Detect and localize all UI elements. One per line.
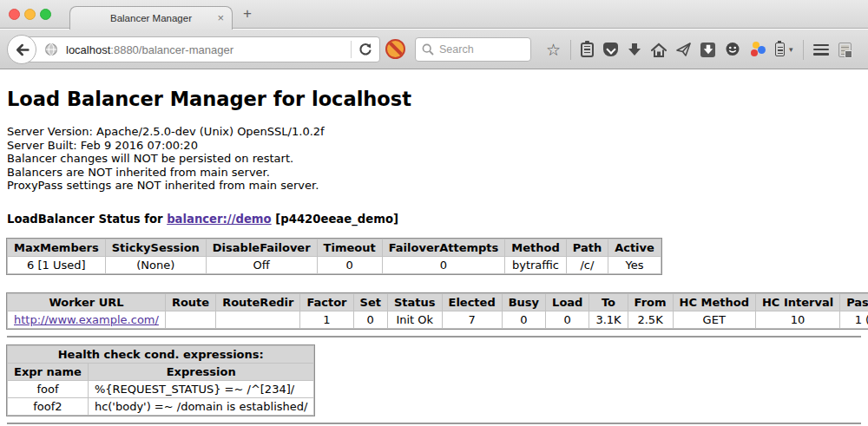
cell-disablefailover: Off bbox=[206, 256, 317, 273]
cell-set: 0 bbox=[353, 311, 387, 328]
cell-stickysession: (None) bbox=[105, 256, 206, 273]
server-built-line: Server Built: Feb 9 2016 07:00:20 bbox=[7, 139, 861, 153]
col-load: Load bbox=[546, 293, 589, 311]
cell-to: 3.1K bbox=[589, 311, 628, 328]
downloads-icon[interactable] bbox=[628, 43, 641, 56]
col-disablefailover: DisableFailover bbox=[206, 239, 317, 256]
video-download-icon[interactable] bbox=[700, 43, 715, 57]
col-factor: Factor bbox=[300, 293, 353, 311]
footer-divider bbox=[7, 423, 861, 424]
cell-route bbox=[165, 311, 215, 328]
chat-smiley-icon[interactable] bbox=[725, 42, 740, 57]
colored-dots-icon[interactable] bbox=[750, 42, 766, 57]
battery-extension-icon[interactable] bbox=[775, 43, 785, 56]
cell-active: Yes bbox=[608, 256, 661, 273]
col-hc-method: HC Method bbox=[673, 293, 755, 311]
search-bar[interactable] bbox=[415, 37, 531, 62]
col-worker-url: Worker URL bbox=[8, 293, 166, 311]
cell-load: 0 bbox=[546, 311, 589, 328]
col-failoverattempts: FailoverAttempts bbox=[382, 239, 505, 256]
cell-expression: %{REQUEST_STATUS} =~ /^[234]/ bbox=[88, 380, 314, 397]
pocket-icon[interactable] bbox=[603, 43, 618, 56]
cell-expr-name: foof bbox=[8, 380, 89, 397]
cell-path: /c/ bbox=[566, 256, 608, 273]
worker-url-link[interactable]: http://www.example.com/ bbox=[14, 313, 159, 326]
minimize-window-button[interactable] bbox=[24, 9, 36, 20]
send-tab-icon[interactable] bbox=[676, 43, 691, 56]
browser-window: Balancer Manager × + localhost:8880/bala… bbox=[0, 0, 868, 426]
cell-hc-method: GET bbox=[673, 311, 755, 328]
menu-icon[interactable] bbox=[813, 44, 829, 56]
col-routeredir: RouteRedir bbox=[216, 293, 300, 311]
url-bar[interactable]: localhost:8880/balancer-manager bbox=[23, 36, 380, 62]
status-heading-suffix: [p4420eeae_demo] bbox=[272, 213, 398, 226]
loadbalancer-status-heading: LoadBalancer Status for balancer://demo … bbox=[7, 213, 861, 226]
worker-table: Worker URL Route RouteRedir Factor Set S… bbox=[7, 293, 868, 329]
server-info: Server Version: Apache/2.5.0-dev (Unix) … bbox=[7, 125, 861, 193]
balancer-demo-link[interactable]: balancer://demo bbox=[167, 213, 272, 226]
cell-hc-interval: 10 bbox=[755, 311, 839, 328]
col-method: Method bbox=[505, 239, 566, 256]
health-table-title: Health check cond. expressions: bbox=[8, 345, 314, 363]
toolbar-divider bbox=[570, 40, 571, 60]
proxypass-notice-line: ProxyPass settings are NOT inherited fro… bbox=[7, 179, 861, 193]
toolbar-divider bbox=[803, 40, 804, 60]
page-title: Load Balancer Manager for localhost bbox=[7, 88, 861, 110]
col-passes: Passes bbox=[840, 293, 868, 311]
tab-title: Balancer Manager bbox=[110, 13, 192, 23]
url-path: :8880/balancer-manager bbox=[110, 43, 233, 56]
cell-maxmembers: 6 [1 Used] bbox=[8, 256, 106, 273]
clipboard-icon bbox=[581, 43, 594, 57]
page-extension-icon[interactable] bbox=[838, 43, 852, 57]
cell-worker-url: http://www.example.com/ bbox=[8, 311, 166, 328]
table-row: http://www.example.com/ 1 0 Init Ok 7 0 … bbox=[8, 311, 868, 328]
cell-factor: 1 bbox=[300, 311, 353, 328]
toolbar-icons: ☆ ▾ bbox=[546, 29, 852, 69]
col-status: Status bbox=[387, 293, 442, 311]
table-row: foof2 hc('body') =~ /domain is establish… bbox=[8, 397, 314, 415]
chevron-down-icon[interactable]: ▾ bbox=[789, 45, 793, 54]
reading-list-icon[interactable] bbox=[581, 43, 594, 57]
back-button[interactable] bbox=[7, 35, 36, 64]
section-divider bbox=[7, 336, 861, 338]
blocked-content-icon[interactable] bbox=[385, 39, 405, 59]
reload-button[interactable] bbox=[352, 43, 379, 56]
col-busy: Busy bbox=[502, 293, 545, 311]
back-icon bbox=[14, 42, 30, 58]
cell-timeout: 0 bbox=[317, 256, 382, 273]
inherit-notice-line: Balancers are NOT inherited from main se… bbox=[7, 166, 861, 180]
zoom-window-button[interactable] bbox=[40, 9, 51, 20]
url-host: localhost bbox=[66, 43, 110, 56]
col-timeout: Timeout bbox=[317, 239, 382, 256]
persist-notice-line: Balancer changes will NOT be persisted o… bbox=[7, 152, 861, 166]
tab-close-icon[interactable]: × bbox=[217, 11, 224, 24]
reload-icon bbox=[358, 43, 372, 56]
col-hc-interval: HC Interval bbox=[755, 293, 839, 311]
col-active: Active bbox=[608, 239, 661, 256]
search-input[interactable] bbox=[439, 43, 517, 56]
globe-icon bbox=[44, 43, 58, 56]
home-icon[interactable] bbox=[651, 43, 667, 57]
new-tab-button[interactable]: + bbox=[243, 5, 252, 23]
cell-expression: hc('body') =~ /domain is established/ bbox=[88, 397, 314, 415]
health-check-table: Health check cond. expressions: Expr nam… bbox=[7, 345, 314, 416]
balancer-settings-table: MaxMembers StickySession DisableFailover… bbox=[7, 239, 661, 274]
tab-balancer-manager[interactable]: Balancer Manager × bbox=[69, 6, 233, 29]
table-header-row: Worker URL Route RouteRedir Factor Set S… bbox=[8, 293, 868, 311]
cell-expr-name: foof2 bbox=[8, 397, 89, 415]
status-heading-prefix: LoadBalancer Status for bbox=[7, 213, 167, 226]
col-path: Path bbox=[566, 239, 608, 256]
cell-method: bytraffic bbox=[505, 256, 566, 273]
table-title-row: Health check cond. expressions: bbox=[8, 345, 314, 363]
col-expression: Expression bbox=[88, 363, 314, 380]
cell-from: 2.5K bbox=[628, 311, 673, 328]
cell-elected: 7 bbox=[442, 311, 502, 328]
col-stickysession: StickySession bbox=[105, 239, 206, 256]
navigation-toolbar: localhost:8880/balancer-manager ☆ bbox=[0, 29, 868, 69]
cell-passes: 1 (0) bbox=[840, 311, 868, 328]
title-bar: Balancer Manager × + bbox=[0, 0, 868, 29]
close-window-button[interactable] bbox=[9, 9, 20, 20]
url-text: localhost:8880/balancer-manager bbox=[66, 43, 351, 56]
bookmark-star-icon[interactable]: ☆ bbox=[546, 42, 561, 58]
table-header-row: MaxMembers StickySession DisableFailover… bbox=[8, 239, 661, 256]
